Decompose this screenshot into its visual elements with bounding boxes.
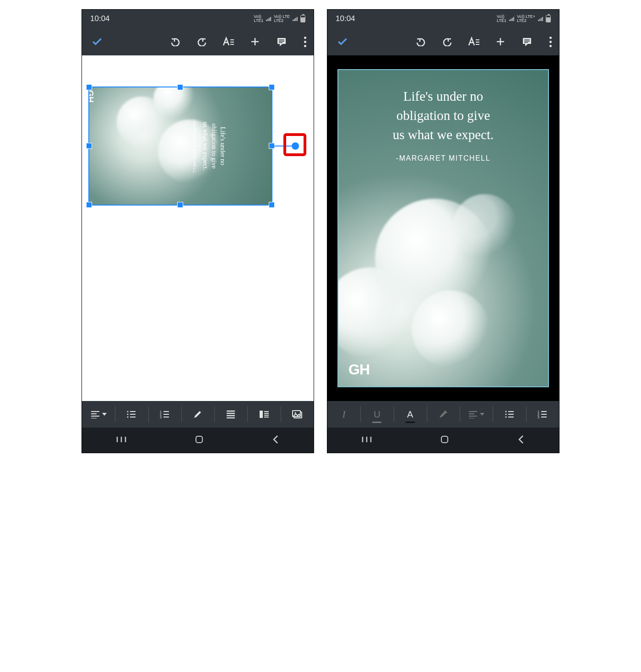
overflow-menu-button[interactable] [301,37,309,47]
signal-bars-1-icon [509,17,514,21]
paragraph-align-button[interactable] [82,401,115,428]
resize-handle-bl[interactable] [86,202,92,208]
quote-line-3: us what we expect. [352,125,535,144]
resize-handle-br[interactable] [269,202,275,208]
undo-button[interactable] [414,35,428,49]
editor-toolbar [327,28,559,55]
comment-button[interactable] [520,35,534,49]
quote-attribution: -MARGARET MITCHELL [352,154,535,163]
document-canvas-right[interactable]: Life's under no obligation to give us wh… [327,55,559,401]
svg-rect-11 [196,436,202,443]
format-bar-right: I U A 123 [327,401,559,428]
insert-image-button[interactable] [281,401,314,428]
signal-bars-2-icon [538,17,543,21]
svg-point-15 [505,417,506,418]
quote-image-rotated: Life's under no obligation to give us wh… [89,87,272,205]
document-canvas-left[interactable]: Life's under no obligation to give us wh… [82,55,314,401]
gh-logo: GH [89,90,95,103]
editor-toolbar [82,28,314,55]
quote-line-1: Life's under no [218,93,227,199]
svg-point-3 [127,417,129,418]
quote-line-2: obligation to give [352,106,535,125]
android-nav-bar [327,428,559,453]
svg-text:3: 3 [160,416,162,418]
bulleted-list-button[interactable] [115,401,148,428]
underline-button[interactable]: U [360,401,393,428]
nav-home-button[interactable] [439,434,450,447]
left-phone-screenshot: 10:04 Vo))LTE1 Vo)) LTELTE2 [81,9,314,453]
svg-rect-7 [260,411,263,418]
paragraph-align-button[interactable] [460,401,493,428]
insert-button[interactable] [248,35,262,49]
indent-button[interactable] [247,401,280,428]
nav-back-button[interactable] [516,434,526,447]
done-button[interactable] [336,35,349,49]
numbered-list-button[interactable]: 123 [148,401,181,428]
clock: 10:04 [90,14,110,23]
quote-line-1: Life's under no [352,87,535,106]
highlighter-button[interactable] [427,401,460,428]
bulleted-list-button[interactable] [493,401,526,428]
nav-home-button[interactable] [194,434,205,447]
status-icons: Vo))LTE1 Vo)) LTELTE2 [254,15,305,23]
nav-recent-button[interactable] [361,435,373,446]
resize-handle-tr[interactable] [269,84,275,90]
resize-handle-tc[interactable] [177,84,183,90]
svg-text:3: 3 [538,416,539,418]
battery-icon [300,15,305,22]
quote-image-full[interactable]: Life's under no obligation to give us wh… [337,69,549,387]
svg-point-13 [505,411,506,412]
gh-logo: GH [348,361,369,378]
justify-button[interactable] [214,401,247,428]
battery-icon [546,15,551,22]
quote-attribution: -MARGARET MITCHELL [192,93,197,199]
undo-button[interactable] [168,35,182,49]
annotation-highlight-box [283,133,306,156]
status-bar: 10:04 Vo))LTE1 Vo)) LTELTE2 [82,10,314,28]
android-nav-bar [82,428,314,453]
svg-point-14 [505,414,506,415]
nav-recent-button[interactable] [115,435,127,446]
signal-bars-1-icon [266,17,271,21]
resize-handle-ml[interactable] [86,143,92,149]
text-format-button[interactable] [222,35,235,49]
overflow-menu-button[interactable] [547,37,554,47]
nav-back-button[interactable] [271,434,280,447]
format-bar-left: 123 [82,401,314,428]
clock: 10:04 [336,14,355,23]
edit-pencil-button[interactable] [181,401,214,428]
insert-button[interactable] [494,35,507,49]
numbered-list-button[interactable]: 123 [526,401,559,428]
resize-handle-bc[interactable] [177,202,183,208]
status-icons: Vo))LTE1 Vo)) LTE+LTE2 [497,15,551,23]
quote-line-2: obligation to give [209,93,218,199]
selected-image[interactable]: Life's under no obligation to give us wh… [88,87,272,206]
svg-point-2 [127,414,129,415]
svg-point-1 [127,411,129,412]
text-format-button[interactable] [467,35,481,49]
quote-line-3: us what we expect. [201,93,209,199]
italic-button[interactable]: I [327,401,360,428]
right-phone-screenshot: 10:04 Vo))LTE1 Vo)) LTE+LTE2 [327,9,560,453]
done-button[interactable] [90,35,104,49]
redo-button[interactable] [440,35,454,49]
redo-button[interactable] [195,35,209,49]
svg-rect-19 [441,436,448,443]
comment-button[interactable] [275,35,288,49]
font-color-button[interactable]: A [394,401,427,428]
resize-handle-tl[interactable] [86,84,92,90]
status-bar: 10:04 Vo))LTE1 Vo)) LTE+LTE2 [327,10,559,28]
signal-bars-2-icon [293,17,298,21]
